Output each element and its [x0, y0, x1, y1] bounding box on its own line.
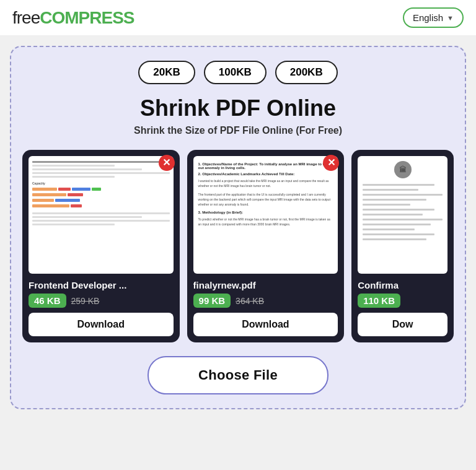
page-subtitle: Shrink the Size of PDF File Online (For … — [22, 125, 454, 136]
chevron-down-icon: ▼ — [447, 14, 454, 22]
download-button-2[interactable]: Download — [193, 313, 338, 336]
pdf-preview-3: 🏛 — [358, 156, 447, 274]
card-1-sizes: 46 KB 259 KB — [29, 294, 174, 308]
tool-container: 20KB 100KB 200KB Shrink PDF Online Shrin… — [10, 46, 466, 409]
logo-compress-text: COMPRESS — [40, 8, 134, 27]
card-2-sizes: 99 KB 364 KB — [193, 294, 338, 308]
card-1-info: Frontend Developer ... 46 KB 259 KB Down… — [22, 274, 180, 342]
close-card-2-button[interactable]: ✕ — [323, 155, 339, 171]
download-button-1[interactable]: Download — [29, 313, 174, 336]
card-3-info: Confirma 110 KB Dow — [351, 274, 454, 342]
language-selector[interactable]: English ▼ — [403, 7, 464, 28]
page-title: Shrink PDF Online — [22, 95, 454, 121]
pdf-preview-2: 1. Objectives/Name of the Project: To in… — [193, 156, 338, 274]
size-pill-20kb[interactable]: 20KB — [138, 61, 195, 84]
card-3-size-new: 110 KB — [358, 294, 400, 308]
pdf-preview-1: Capacity — [29, 156, 174, 274]
pdf-card-1: ✕ Capacity — [22, 150, 180, 342]
choose-file-label: Choose File — [198, 367, 278, 383]
size-pill-100kb[interactable]: 100KB — [204, 61, 267, 84]
close-card-1-button[interactable]: ✕ — [159, 155, 175, 171]
download-button-3[interactable]: Dow — [358, 313, 447, 336]
size-pills-row: 20KB 100KB 200KB — [22, 61, 454, 84]
card-3-sizes: 110 KB — [358, 294, 447, 308]
card-3-filename: Confirma — [358, 280, 447, 290]
pdf-card-3: 🏛 Co — [351, 150, 454, 342]
card-1-size-old: 259 KB — [71, 296, 100, 306]
card-2-size-old: 364 KB — [236, 296, 264, 306]
choose-file-area: Choose File — [22, 356, 454, 394]
header: freeCOMPRESS English ▼ — [0, 0, 476, 36]
card-2-size-new: 99 KB — [193, 294, 231, 308]
language-label: English — [413, 12, 443, 23]
logo: freeCOMPRESS — [12, 8, 134, 28]
card-1-size-new: 46 KB — [29, 294, 66, 308]
choose-file-button[interactable]: Choose File — [148, 356, 328, 394]
main-content: 20KB 100KB 200KB Shrink PDF Online Shrin… — [0, 36, 476, 419]
size-pill-200kb[interactable]: 200KB — [275, 61, 338, 84]
pdf3-logo-icon: 🏛 — [394, 161, 412, 178]
logo-free-text: free — [12, 8, 40, 27]
card-2-filename: finalyrnew.pdf — [193, 280, 338, 290]
cards-row: ✕ Capacity — [22, 150, 454, 342]
card-2-info: finalyrnew.pdf 99 KB 364 KB Download — [187, 274, 345, 342]
pdf-card-2: ✕ 1. Objectives/Name of the Project: To … — [187, 150, 345, 342]
card-1-filename: Frontend Developer ... — [29, 280, 174, 290]
